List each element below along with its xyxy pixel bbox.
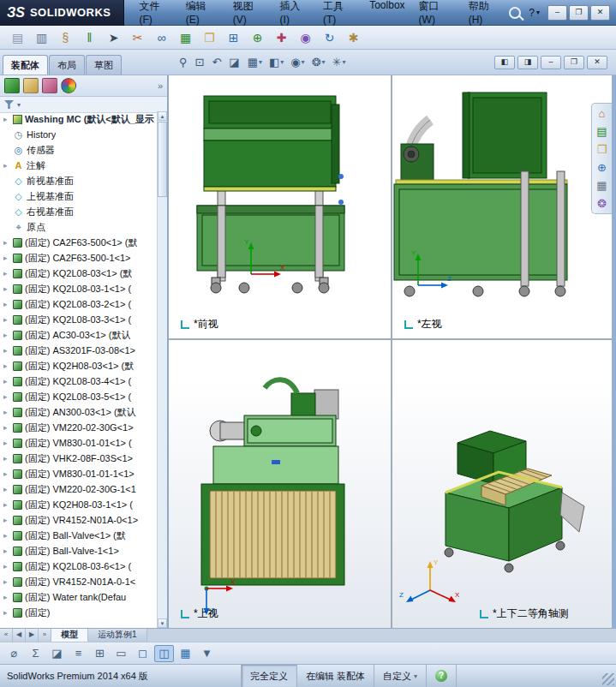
menu-item[interactable]: 插入(I) bbox=[273, 0, 316, 29]
tree-component-row[interactable]: ▸ (固定) AS3201F-03-08<1> bbox=[0, 343, 158, 358]
expand-icon[interactable]: ▸ bbox=[3, 347, 10, 355]
zoom-area-icon[interactable]: ⊡ bbox=[194, 55, 207, 69]
resize-grip[interactable] bbox=[602, 673, 614, 685]
expand-icon[interactable]: ▸ bbox=[3, 332, 10, 339]
minimize-doc-button[interactable]: – bbox=[541, 56, 561, 69]
single-pane-icon[interactable]: ◻ bbox=[133, 645, 153, 662]
tree-component-row[interactable]: ▸ (固定) KQ2L08-03-1<1> ( bbox=[0, 281, 158, 296]
trim-icon[interactable]: ✂ bbox=[127, 28, 148, 47]
tree-component-row[interactable]: ▸ (固定) AN300-03<1> (默认 bbox=[0, 404, 158, 420]
quick-tips-icon[interactable]: ? bbox=[435, 670, 447, 682]
appearance-icon[interactable]: ◉ bbox=[295, 28, 316, 47]
tree-component-row[interactable]: ▸ (固定) KQ2L08-03-4<1> ( bbox=[0, 373, 158, 389]
expand-icon[interactable]: ▸ bbox=[3, 239, 10, 247]
expand-icon[interactable]: ▸ bbox=[3, 301, 10, 308]
menu-item[interactable]: 工具(T) bbox=[316, 0, 362, 29]
expand-icon[interactable]: ▸ bbox=[3, 594, 10, 601]
hide-show-icon[interactable]: ◉ ▾ bbox=[289, 55, 306, 69]
tab-scroll-button[interactable]: ▶ bbox=[26, 629, 39, 642]
tree-component-row[interactable]: ▸ (固定) KQ2H08-03-1<1> ( bbox=[0, 497, 158, 512]
panel-collapse-chevron-icon[interactable]: » bbox=[158, 81, 163, 91]
tree-item-annotations[interactable]: ▸ A 注解 bbox=[0, 158, 158, 173]
menu-item[interactable]: 窗口(W) bbox=[412, 0, 462, 29]
paperclip-icon[interactable]: § bbox=[55, 28, 76, 47]
tree-component-row[interactable]: ▸ (固定) KQ2L08-03-6<1> ( bbox=[0, 559, 158, 574]
paste-icon[interactable]: ▤ bbox=[7, 28, 28, 47]
close-doc-button[interactable]: ✕ bbox=[587, 56, 607, 69]
tree-component-row[interactable]: ▸ (固定) VM830-01-01<1> ( bbox=[0, 435, 158, 451]
close-button[interactable]: ✕ bbox=[590, 5, 610, 21]
window-tile-left-icon[interactable]: ◧ bbox=[494, 56, 515, 69]
tree-component-row[interactable]: ▸ (固定) KQ2H08-03<1> (默 bbox=[0, 358, 158, 373]
expand-icon[interactable]: ▸ bbox=[3, 470, 10, 478]
filter-dropdown-arrow[interactable]: ▾ bbox=[17, 101, 21, 109]
view-palette-icon[interactable]: ▦ bbox=[596, 180, 607, 191]
expand-icon[interactable]: ▸ bbox=[3, 254, 10, 262]
tree-item-right-plane[interactable]: ◇ 右视基准面 bbox=[0, 204, 158, 219]
tree-component-row[interactable]: ▸ (固定) Ball-Valve<1> (默 bbox=[0, 528, 158, 543]
ruler-icon[interactable]: ▭ bbox=[111, 645, 131, 662]
propertymanager-tab-icon[interactable] bbox=[23, 78, 39, 93]
expand-icon[interactable]: ▸ bbox=[3, 285, 10, 293]
split-pane-icon[interactable]: ◫ bbox=[154, 645, 174, 662]
menu-item[interactable]: Toolbox bbox=[362, 0, 411, 29]
graphics-area[interactable]: Y X *前视 bbox=[169, 75, 612, 628]
appearances-icon[interactable]: ❂ ▾ bbox=[310, 55, 327, 69]
expand-icon[interactable]: ▸ bbox=[3, 409, 10, 416]
menu-item[interactable]: 帮助(H) bbox=[462, 0, 510, 29]
expand-icon[interactable]: ▸ bbox=[3, 578, 10, 586]
window-tile-right-icon[interactable]: ◨ bbox=[517, 56, 538, 69]
tab-layout[interactable]: 布局 bbox=[49, 55, 85, 75]
mass-properties-icon[interactable]: Σ bbox=[26, 645, 45, 662]
tab-scroll-button[interactable]: » bbox=[39, 629, 51, 642]
options-icon[interactable]: ✱ bbox=[343, 28, 364, 47]
expand-icon[interactable]: ▸ bbox=[3, 517, 10, 524]
expand-icon[interactable]: ▸ bbox=[3, 162, 10, 170]
expand-icon[interactable]: ▸ bbox=[3, 270, 10, 278]
tree-component-row[interactable]: ▸ (固定) VM220-02-30G<1> bbox=[0, 420, 158, 435]
zoom-icon[interactable]: ⚲ bbox=[177, 55, 190, 69]
configurationmanager-tab-icon[interactable] bbox=[42, 78, 57, 93]
tree-component-row[interactable]: ▸ (固定) KQ2L08-03-2<1> ( bbox=[0, 296, 158, 312]
previous-view-icon[interactable]: ↶ bbox=[210, 55, 224, 69]
tab-model[interactable]: 模型 bbox=[51, 629, 88, 642]
custom-dropdown[interactable]: 自定义 ▾ bbox=[374, 665, 426, 687]
front-view-quadrant[interactable]: Y X *前视 bbox=[169, 75, 391, 338]
tree-item-front-plane[interactable]: ◇ 前视基准面 bbox=[0, 173, 158, 188]
expand-icon[interactable]: ▸ bbox=[3, 116, 10, 123]
select-arrow-icon[interactable]: ➤ bbox=[103, 28, 124, 47]
forum-icon[interactable]: ⊕ bbox=[597, 162, 607, 173]
tree-scrollbar[interactable]: ▲ ▼ bbox=[157, 111, 167, 628]
rotate-view-icon[interactable]: ↻ bbox=[319, 28, 340, 47]
tree-item-sensors[interactable]: ◎ 传感器 bbox=[0, 142, 158, 158]
tree-component-row[interactable]: ▸ (固定) Ball-Valve-1<1> bbox=[0, 543, 158, 559]
measure-icon[interactable]: ⌀ bbox=[4, 645, 24, 662]
tab-scroll-button[interactable]: « bbox=[0, 629, 13, 642]
tab-scroll-button[interactable]: ◀ bbox=[13, 629, 26, 642]
viewport-divider-horizontal[interactable] bbox=[169, 338, 612, 340]
filter-funnel-icon[interactable] bbox=[4, 100, 14, 109]
display-style-icon[interactable]: ◧ ▾ bbox=[267, 55, 285, 69]
tree-item-history[interactable]: ◷ History bbox=[0, 127, 158, 142]
menu-item[interactable]: 文件(F) bbox=[133, 0, 179, 29]
expand-icon[interactable]: ▸ bbox=[3, 424, 10, 432]
tree-item-top-plane[interactable]: ◇ 上视基准面 bbox=[0, 188, 158, 204]
expand-icon[interactable]: ▸ bbox=[3, 316, 10, 324]
table-edit-icon[interactable]: ▦ bbox=[175, 28, 196, 47]
maximize-button[interactable]: ❐ bbox=[569, 5, 589, 21]
viewport-divider-vertical[interactable] bbox=[391, 75, 392, 628]
tree-component-row[interactable]: ▸ (固定) VR4152-N01A-0<1> bbox=[0, 512, 158, 528]
expand-icon[interactable]: ▸ bbox=[3, 455, 10, 463]
expand-icon[interactable]: ▸ bbox=[3, 547, 10, 555]
featuremanager-tab-icon[interactable] bbox=[4, 78, 20, 93]
section-view-icon[interactable]: ◪ bbox=[227, 55, 242, 69]
list-icon[interactable]: ≡ bbox=[69, 645, 88, 662]
restore-doc-button[interactable]: ❐ bbox=[564, 56, 584, 69]
design-library-icon[interactable]: ▤ bbox=[596, 126, 607, 137]
tree-component-row[interactable]: ▸ (固定) KQ2L08-03-5<1> ( bbox=[0, 389, 158, 404]
appearances-pane-icon[interactable]: ❂ bbox=[597, 198, 607, 209]
save-table-icon[interactable]: ▼ bbox=[197, 645, 217, 662]
menu-item[interactable]: 编辑(E) bbox=[179, 0, 226, 29]
scene-icon[interactable]: ✳ ▾ bbox=[331, 55, 348, 69]
tree-component-row[interactable]: ▸ (固定) AC30-03<1> (默认 bbox=[0, 327, 158, 343]
